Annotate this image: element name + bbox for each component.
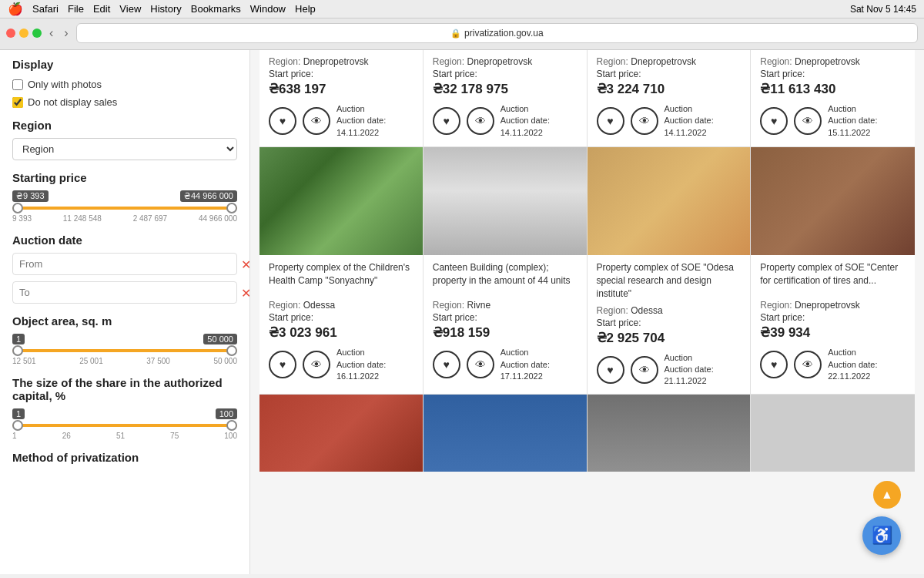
- share-label-mid1: 26: [62, 432, 71, 440]
- menu-window[interactable]: Window: [250, 3, 286, 15]
- bottom-card-3: [751, 395, 915, 472]
- mid-card-0-image: [259, 147, 423, 255]
- mid-card-2-price: ₴2 925 704: [597, 330, 742, 346]
- top-card-2: Region: Dnepropetrovsk Start price: ₴3 2…: [588, 50, 752, 146]
- top-card-3: Region: Dnepropetrovsk Start price: ₴11 …: [751, 50, 915, 146]
- top-card-1-view-btn[interactable]: 👁: [467, 107, 494, 135]
- mid-card-3-region-label: Region: Dnepropetrovsk: [760, 300, 906, 311]
- price-slider-max-thumb[interactable]: [226, 203, 237, 213]
- mid-card-2-view-btn[interactable]: 👁: [631, 356, 658, 384]
- date-from-clear[interactable]: ✕: [241, 257, 250, 271]
- top-card-1-favorite-btn[interactable]: ♥: [433, 107, 460, 135]
- menubar: 🍎 Safari File Edit View History Bookmark…: [0, 0, 924, 18]
- bottom-row: [259, 395, 915, 472]
- top-card-2-favorite-btn[interactable]: ♥: [597, 107, 624, 135]
- menu-history[interactable]: History: [150, 3, 181, 15]
- mid-card-0: Property complex of the Children's Healt…: [259, 147, 424, 394]
- menu-view[interactable]: View: [119, 3, 141, 15]
- area-range-labels: 12 501 25 001 37 500 50 000: [12, 357, 237, 365]
- price-slider-track[interactable]: [12, 207, 237, 210]
- display-section-title: Display: [12, 58, 237, 71]
- share-slider-min-thumb[interactable]: [12, 420, 23, 431]
- mid-card-0-info: Property complex of the Children's Healt…: [259, 255, 423, 388]
- mid-card-0-view-btn[interactable]: 👁: [303, 351, 330, 378]
- area-slider-fill: [12, 349, 237, 352]
- area-slider-max-thumb[interactable]: [226, 345, 237, 356]
- top-card-2-view-btn[interactable]: 👁: [631, 107, 658, 135]
- mid-card-0-favorite-btn[interactable]: ♥: [269, 351, 296, 378]
- top-card-0-favorite-btn[interactable]: ♥: [269, 107, 296, 135]
- no-sales-label: Do not display sales: [28, 96, 117, 108]
- apple-menu[interactable]: 🍎: [8, 2, 23, 16]
- mid-card-1-actions: ♥ 👁 Auction Auction date: 17.11.2022: [433, 347, 578, 382]
- accessibility-button[interactable]: ♿: [862, 516, 901, 555]
- mid-card-0-price: ₴3 023 961: [269, 324, 413, 341]
- only-photos-checkbox[interactable]: [12, 79, 23, 90]
- top-card-0-price: ₴638 197: [269, 81, 413, 97]
- menu-edit[interactable]: Edit: [93, 3, 110, 15]
- mid-card-2-favorite-btn[interactable]: ♥: [597, 356, 624, 384]
- menu-bookmarks[interactable]: Bookmarks: [191, 3, 241, 15]
- share-slider-track[interactable]: [12, 424, 237, 427]
- only-photos-label: Only with photos: [28, 79, 102, 90]
- top-card-3-favorite-btn[interactable]: ♥: [760, 107, 788, 135]
- menu-help[interactable]: Help: [295, 3, 316, 15]
- share-label-mid2: 51: [116, 432, 125, 440]
- mid-card-1-price: ₴918 159: [433, 324, 578, 341]
- mid-card-2-image: [588, 147, 751, 255]
- price-range: ₴9 393 ₴44 966 000 9 393 11 248 548 2 48…: [12, 190, 237, 223]
- price-slider-min-thumb[interactable]: [12, 203, 23, 213]
- top-card-3-view-btn[interactable]: 👁: [794, 107, 822, 135]
- url-text: privatization.gov.ua: [464, 28, 544, 39]
- date-from-container: ✕: [12, 253, 237, 275]
- top-card-0-price-label: Start price:: [269, 69, 413, 79]
- address-bar[interactable]: 🔒 privatization.gov.ua: [76, 23, 918, 43]
- share-label-max: 100: [224, 432, 237, 440]
- mid-card-1-favorite-btn[interactable]: ♥: [433, 351, 460, 378]
- no-sales-checkbox[interactable]: [12, 97, 23, 108]
- area-slider-min-thumb[interactable]: [12, 345, 23, 356]
- close-btn[interactable]: [6, 29, 15, 38]
- mid-card-3-view-btn[interactable]: 👁: [794, 351, 822, 378]
- price-max-bubble: ₴44 966 000: [180, 190, 237, 202]
- clock: Sat Nov 5 14:45: [850, 4, 916, 15]
- bottom-card-0: [259, 395, 424, 472]
- date-from-input[interactable]: [12, 253, 237, 275]
- top-card-3-auction-info: Auction Auction date: 15.11.2022: [828, 103, 877, 139]
- top-card-0-view-btn[interactable]: 👁: [303, 107, 330, 135]
- mid-card-3-favorite-btn[interactable]: ♥: [760, 351, 788, 378]
- only-photos-row: Only with photos: [12, 79, 237, 90]
- date-to-input[interactable]: [12, 281, 237, 304]
- mid-card-2: Property complex of SOE "Odesa special r…: [588, 147, 752, 394]
- scroll-top-button[interactable]: ▲: [873, 481, 901, 509]
- top-card-2-price-label: Start price:: [597, 69, 742, 79]
- forward-button[interactable]: ›: [61, 25, 71, 42]
- date-to-clear[interactable]: ✕: [241, 285, 250, 300]
- bottom-card-1-image: [424, 395, 587, 472]
- price-label-min: 9 393: [12, 214, 32, 223]
- share-slider-max-thumb[interactable]: [226, 420, 237, 431]
- mid-row: Property complex of the Children's Healt…: [259, 147, 915, 395]
- menu-file[interactable]: File: [68, 3, 84, 15]
- mid-card-1-info: Canteen Building (complex); property in …: [424, 255, 587, 388]
- share-slider: 1 100 1 26 51 75 100: [12, 408, 237, 440]
- mid-card-3: Property complex of SOE "Center for cert…: [751, 147, 915, 394]
- menubar-left: 🍎 Safari File Edit View History Bookmark…: [8, 2, 316, 16]
- accessibility-icon: ♿: [872, 526, 892, 546]
- top-card-3-price: ₴11 613 430: [760, 81, 906, 97]
- mid-card-1-view-btn[interactable]: 👁: [467, 351, 494, 378]
- top-card-0-region-label: Region: Dnepropetrovsk: [269, 56, 413, 67]
- page-container: Display Only with photos Do not display …: [0, 50, 924, 574]
- back-button[interactable]: ‹: [46, 25, 56, 42]
- share-label-mid3: 75: [170, 432, 179, 440]
- region-select[interactable]: Region: [12, 138, 237, 160]
- fullscreen-btn[interactable]: [32, 29, 42, 38]
- area-slider-track[interactable]: [12, 349, 237, 352]
- browser-chrome: ‹ › 🔒 privatization.gov.ua: [0, 18, 924, 50]
- area-label-min: 12 501: [12, 357, 36, 365]
- top-card-1-actions: ♥ 👁 Auction Auction date: 14.11.2022: [433, 103, 578, 139]
- mid-card-0-actions: ♥ 👁 Auction Auction date: 16.11.2022: [269, 347, 413, 382]
- minimize-btn[interactable]: [19, 29, 28, 38]
- mid-card-2-price-label: Start price:: [597, 318, 742, 328]
- top-card-1: Region: Dnepropetrovsk Start price: ₴32 …: [424, 50, 588, 146]
